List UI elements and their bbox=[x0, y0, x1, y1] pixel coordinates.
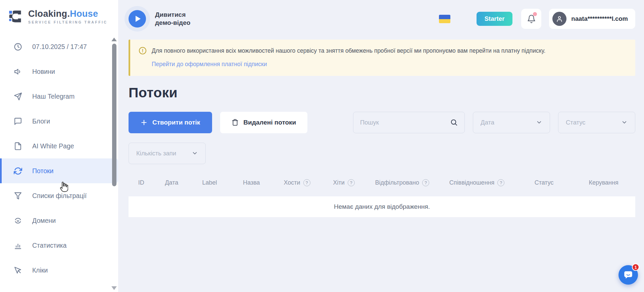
svg-text:w: w bbox=[16, 219, 19, 223]
search-field bbox=[353, 112, 465, 133]
sidebar-item-news[interactable]: Новини bbox=[0, 59, 118, 84]
scrollbar-thumb[interactable] bbox=[112, 44, 116, 186]
sidebar-item-statistics[interactable]: Статистика bbox=[0, 233, 118, 258]
sidebar-item-ai-white-page[interactable]: AI White Page bbox=[0, 134, 118, 158]
search-icon[interactable] bbox=[450, 118, 458, 126]
logo-tagline: SERVICE FILTERING TRAFFIC bbox=[28, 20, 107, 24]
table-empty-state: Немає даних для відображення. bbox=[129, 196, 635, 217]
sidebar-item-label: Списки фільтрації bbox=[32, 192, 87, 200]
chat-smile-icon bbox=[623, 270, 634, 280]
table-header: ID Дата Label Назва Хости? Хіти? Відфіль… bbox=[129, 174, 635, 192]
sidebar-nav: 07.10.2025 / 17:47 Новини Наш Telegram Б… bbox=[0, 31, 118, 283]
sidebar-item-flows[interactable]: Потоки bbox=[0, 158, 118, 183]
mouse-pointer-icon bbox=[13, 266, 22, 275]
sidebar-item-label: Новини bbox=[32, 68, 55, 76]
chevron-down-icon bbox=[621, 119, 628, 126]
sidebar-item-label: Потоки bbox=[32, 167, 53, 175]
logo-icon bbox=[8, 9, 23, 24]
chat-bubble-icon bbox=[13, 117, 22, 126]
chevron-down-icon bbox=[192, 150, 198, 156]
user-menu[interactable]: naata**********l.com bbox=[549, 9, 635, 29]
column-header-ratio: Співвідношення? bbox=[438, 179, 516, 186]
page-title: Потоки bbox=[129, 85, 635, 101]
search-input[interactable] bbox=[360, 119, 447, 126]
deleted-flows-button[interactable]: Видалені потоки bbox=[220, 112, 307, 133]
logo-accent: House bbox=[70, 9, 98, 19]
help-icon[interactable]: ? bbox=[497, 179, 504, 186]
topbar: Дивитися демо-відео Starter naata*******… bbox=[129, 0, 635, 38]
banner-message: Для повного використання всіх можливосте… bbox=[152, 47, 545, 55]
sidebar-item-telegram[interactable]: Наш Telegram bbox=[0, 84, 118, 109]
sidebar-item-label: 07.10.2025 / 17:47 bbox=[32, 43, 87, 51]
sidebar-scrollbar bbox=[111, 38, 117, 290]
chevron-down-icon bbox=[536, 119, 542, 126]
sidebar-item-label: Кліки bbox=[32, 266, 48, 274]
sidebar-item-clicks[interactable]: Кліки bbox=[0, 258, 118, 283]
sidebar-item-domains[interactable]: w Домени bbox=[0, 208, 118, 233]
notifications-button[interactable] bbox=[521, 9, 541, 29]
scrollbar-up-arrow[interactable] bbox=[111, 38, 117, 41]
clock-icon bbox=[13, 42, 22, 51]
person-icon bbox=[556, 15, 563, 22]
trash-icon bbox=[232, 119, 239, 126]
logo[interactable]: Cloaking.House SERVICE FILTERING TRAFFIC bbox=[0, 0, 118, 31]
column-header-date: Дата bbox=[154, 179, 190, 186]
help-icon[interactable]: ? bbox=[348, 179, 355, 186]
sidebar-item-label: Наш Telegram bbox=[32, 93, 75, 100]
chat-unread-badge: 1 bbox=[632, 263, 639, 271]
sidebar-item-filter-lists[interactable]: Списки фільтрації bbox=[0, 183, 118, 208]
sidebar: Cloaking.House SERVICE FILTERING TRAFFIC… bbox=[0, 0, 118, 292]
warning-icon: ! bbox=[139, 47, 146, 54]
sidebar-item-label: Блоги bbox=[32, 117, 50, 125]
logo-text: Cloaking.House SERVICE FILTERING TRAFFIC bbox=[28, 9, 107, 24]
funnel-icon bbox=[13, 191, 22, 200]
user-email: naata**********l.com bbox=[571, 15, 628, 22]
avatar bbox=[552, 12, 566, 26]
column-header-label: Label bbox=[189, 179, 230, 186]
bar-chart-icon bbox=[13, 241, 22, 250]
logo-primary: Cloaking. bbox=[28, 9, 70, 19]
telegram-icon bbox=[13, 92, 22, 101]
toolbar-row2: Кількість запи bbox=[129, 143, 635, 164]
plan-badge[interactable]: Starter bbox=[477, 12, 513, 26]
sidebar-item-label: Домени bbox=[32, 217, 56, 225]
column-header-hosts: Хости? bbox=[273, 179, 321, 186]
trial-warning-banner: ! Для повного використання всіх можливос… bbox=[129, 40, 635, 76]
toolbar: Створити потік Видалені потоки Дата Стат… bbox=[129, 112, 635, 133]
subscribe-link[interactable]: Перейти до оформлення платної підписки bbox=[152, 61, 267, 68]
document-icon bbox=[13, 142, 22, 150]
topbar-right: Starter naata**********l.com bbox=[439, 9, 635, 29]
play-icon bbox=[129, 10, 146, 28]
notification-dot bbox=[533, 12, 537, 16]
plus-icon bbox=[141, 119, 147, 126]
column-header-actions: Керування bbox=[572, 179, 635, 186]
megaphone-icon bbox=[13, 67, 22, 76]
chat-widget-button[interactable]: 1 bbox=[618, 265, 638, 285]
sidebar-item-label: Статистика bbox=[32, 242, 66, 249]
records-count-dropdown[interactable]: Кількість запи bbox=[129, 143, 206, 164]
flows-refresh-icon bbox=[13, 166, 22, 175]
sidebar-item-datetime: 07.10.2025 / 17:47 bbox=[0, 34, 118, 59]
ukraine-flag-icon[interactable] bbox=[439, 15, 450, 23]
create-flow-button[interactable]: Створити потік bbox=[129, 112, 212, 133]
column-header-filtered: Відфільтровано? bbox=[367, 179, 438, 186]
column-header-hits: Хіти? bbox=[321, 179, 367, 186]
sidebar-item-label: AI White Page bbox=[32, 142, 74, 150]
demo-video-label: Дивитися демо-відео bbox=[155, 11, 190, 27]
main-content: Дивитися демо-відео Starter naata*******… bbox=[118, 0, 644, 292]
column-header-name: Назва bbox=[230, 179, 273, 186]
domain-www-icon: w bbox=[13, 216, 22, 225]
date-filter-dropdown[interactable]: Дата bbox=[473, 112, 550, 133]
column-header-id: ID bbox=[129, 179, 154, 186]
sidebar-item-blogs[interactable]: Блоги bbox=[0, 109, 118, 134]
scrollbar-down-arrow[interactable] bbox=[111, 286, 117, 290]
help-icon[interactable]: ? bbox=[422, 179, 429, 186]
column-header-status: Статус bbox=[516, 179, 572, 186]
demo-video-button[interactable]: Дивитися демо-відео bbox=[129, 10, 190, 28]
help-icon[interactable]: ? bbox=[303, 179, 310, 186]
status-filter-dropdown[interactable]: Статус bbox=[558, 112, 635, 133]
